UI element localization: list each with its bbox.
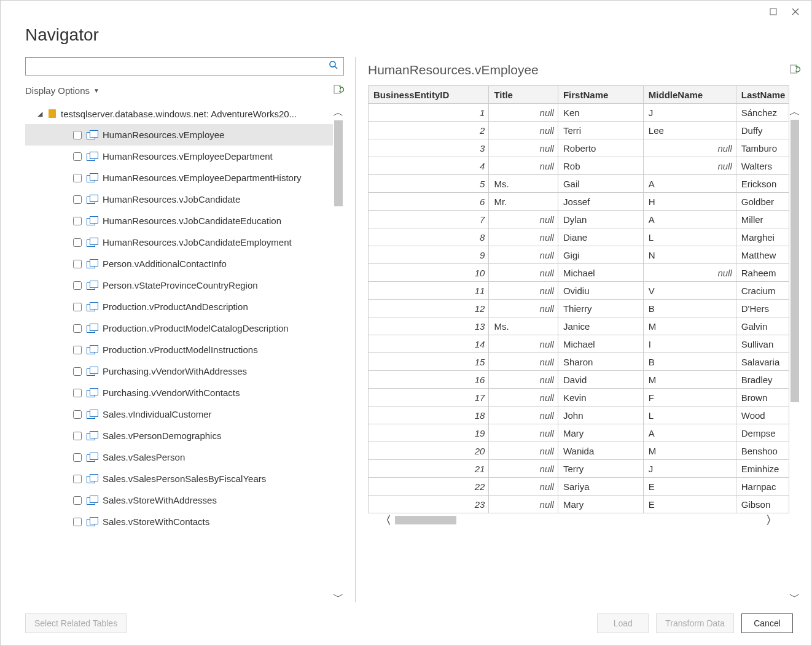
search-box[interactable] <box>25 57 344 76</box>
table-row[interactable]: 14nullMichaelISullivan <box>369 335 789 353</box>
refresh-preview-button[interactable] <box>789 64 800 77</box>
tree-item-checkbox[interactable] <box>73 303 82 311</box>
transform-data-button[interactable]: Transform Data <box>656 613 734 633</box>
tree-item[interactable]: HumanResources.vEmployeeDepartment <box>25 146 333 167</box>
table-row[interactable]: 2nullTerriLeeDuffy <box>369 122 789 139</box>
tree-item-checkbox[interactable] <box>73 410 82 419</box>
table-row[interactable]: 12nullThierryBD'Hers <box>369 300 789 317</box>
table-cell: Gibson <box>736 496 789 513</box>
table-row[interactable]: 22nullSariyaEHarnpac <box>369 478 789 496</box>
table-row[interactable]: 6Mr.JossefHGoldber <box>369 193 789 211</box>
table-row[interactable]: 4nullRobnullWalters <box>369 157 789 175</box>
search-input[interactable] <box>31 61 329 72</box>
tree-item-checkbox[interactable] <box>73 195 82 204</box>
tree-item-checkbox[interactable] <box>73 324 82 333</box>
tree-item[interactable]: Sales.vSalesPersonSalesByFiscalYears <box>25 468 333 489</box>
tree-item-checkbox[interactable] <box>73 518 82 526</box>
cancel-button[interactable]: Cancel <box>741 613 793 633</box>
table-cell: Mary <box>558 424 643 442</box>
tree-item[interactable]: Person.vStateProvinceCountryRegion <box>25 274 333 296</box>
button-label: Load <box>614 618 633 628</box>
table-cell: M <box>643 442 736 460</box>
tree-item[interactable]: Sales.vStoreWithAddresses <box>25 489 333 511</box>
tree-item-checkbox[interactable] <box>73 475 82 483</box>
table-row[interactable]: 3nullRobertonullTamburo <box>369 139 789 157</box>
search-icon[interactable] <box>329 60 338 72</box>
table-cell: L <box>643 228 736 246</box>
col-header[interactable]: LastName <box>736 86 789 104</box>
tree-item[interactable]: Sales.vStoreWithContacts <box>25 511 333 532</box>
col-header[interactable]: BusinessEntityID <box>369 86 489 104</box>
tree-scrollbar[interactable]: ︿ ﹀ <box>333 103 344 602</box>
tree-item[interactable]: Purchasing.vVendorWithAddresses <box>25 360 333 382</box>
table-row[interactable]: 23nullMaryEGibson <box>369 496 789 513</box>
close-button[interactable] <box>784 3 806 20</box>
tree-item-checkbox[interactable] <box>73 367 82 376</box>
tree-root[interactable]: ◢ testsqlserver.database.windows.net: Ad… <box>25 103 333 124</box>
table-cell: Gigi <box>558 246 643 264</box>
table-row[interactable]: 11nullOvidiuVCracium <box>369 282 789 300</box>
tree-item-checkbox[interactable] <box>73 174 82 182</box>
restore-button[interactable] <box>762 3 784 20</box>
tree-item-checkbox[interactable] <box>73 281 82 290</box>
table-row[interactable]: 1nullKenJSánchez <box>369 104 789 122</box>
scroll-thumb[interactable] <box>334 120 343 206</box>
table-row[interactable]: 9nullGigiNMatthew <box>369 246 789 264</box>
col-header[interactable]: Title <box>489 86 558 104</box>
tree-item[interactable]: HumanResources.vJobCandidate <box>25 189 333 210</box>
table-cell: 16 <box>369 371 489 389</box>
table-row[interactable]: 13Ms.JaniceMGalvin <box>369 317 789 335</box>
preview-pane: HumanResources.vEmployee BusinessEntityI… <box>356 57 800 602</box>
tree-root-label: testsqlserver.database.windows.net: Adve… <box>61 109 297 119</box>
col-header[interactable]: MiddleName <box>643 86 736 104</box>
tree-item-checkbox[interactable] <box>73 260 82 268</box>
tree-item[interactable]: HumanResources.vEmployee <box>25 124 333 146</box>
grid-vertical-scrollbar[interactable]: ︿ ﹀ <box>789 85 800 602</box>
tree-item[interactable]: Production.vProductModelInstructions <box>25 339 333 360</box>
scroll-thumb[interactable] <box>791 120 799 402</box>
table-row[interactable]: 16nullDavidMBradley <box>369 371 789 389</box>
table-cell: Terri <box>558 122 643 139</box>
scroll-left-icon: 〈 <box>380 513 391 527</box>
tree-item-checkbox[interactable] <box>73 453 82 462</box>
table-row[interactable]: 20nullWanidaMBenshoo <box>369 442 789 460</box>
tree-item[interactable]: HumanResources.vJobCandidateEmployment <box>25 232 333 253</box>
table-cell: Benshoo <box>736 442 789 460</box>
refresh-tree-button[interactable] <box>333 84 344 97</box>
tree-item[interactable]: Sales.vSalesPerson <box>25 446 333 468</box>
tree-item[interactable]: Person.vAdditionalContactInfo <box>25 253 333 274</box>
tree-item-checkbox[interactable] <box>73 389 82 397</box>
tree-item-checkbox[interactable] <box>73 217 82 225</box>
tree-item-checkbox[interactable] <box>73 152 82 161</box>
tree-item-checkbox[interactable] <box>73 131 82 139</box>
table-row[interactable]: 7nullDylanAMiller <box>369 211 789 228</box>
h-scroll-thumb[interactable] <box>395 516 456 524</box>
tree-item-checkbox[interactable] <box>73 496 82 505</box>
load-button[interactable]: Load <box>597 613 649 633</box>
tree-item[interactable]: Sales.vPersonDemographics <box>25 425 333 446</box>
table-row[interactable]: 18nullJohnLWood <box>369 407 789 424</box>
table-row[interactable]: 5Ms.GailAErickson <box>369 175 789 193</box>
tree-item[interactable]: HumanResources.vEmployeeDepartmentHistor… <box>25 167 333 189</box>
table-row[interactable]: 10nullMichaelnullRaheem <box>369 264 789 282</box>
scroll-right-icon: 〉 <box>766 513 777 527</box>
tree-item[interactable]: HumanResources.vJobCandidateEducation <box>25 210 333 232</box>
tree-item[interactable]: Production.vProductModelCatalogDescripti… <box>25 317 333 339</box>
display-options-dropdown[interactable]: Display Options ▼ <box>25 85 100 96</box>
tree-item[interactable]: Purchasing.vVendorWithContacts <box>25 382 333 403</box>
col-header[interactable]: FirstName <box>558 86 643 104</box>
table-row[interactable]: 8nullDianeLMarghei <box>369 228 789 246</box>
table-row[interactable]: 21nullTerryJEminhize <box>369 460 789 478</box>
select-related-tables-button[interactable]: Select Related Tables <box>25 613 127 633</box>
table-row[interactable]: 19nullMaryADempse <box>369 424 789 442</box>
table-cell: Harnpac <box>736 478 789 496</box>
tree-item-checkbox[interactable] <box>73 238 82 247</box>
tree-item-checkbox[interactable] <box>73 346 82 354</box>
table-cell: 8 <box>369 228 489 246</box>
tree-item-checkbox[interactable] <box>73 432 82 440</box>
horizontal-scrollbar[interactable]: 〈 〉 <box>368 513 789 527</box>
table-row[interactable]: 17nullKevinFBrown <box>369 389 789 407</box>
tree-item[interactable]: Sales.vIndividualCustomer <box>25 403 333 425</box>
tree-item[interactable]: Production.vProductAndDescription <box>25 296 333 317</box>
table-row[interactable]: 15nullSharonBSalavaria <box>369 353 789 371</box>
